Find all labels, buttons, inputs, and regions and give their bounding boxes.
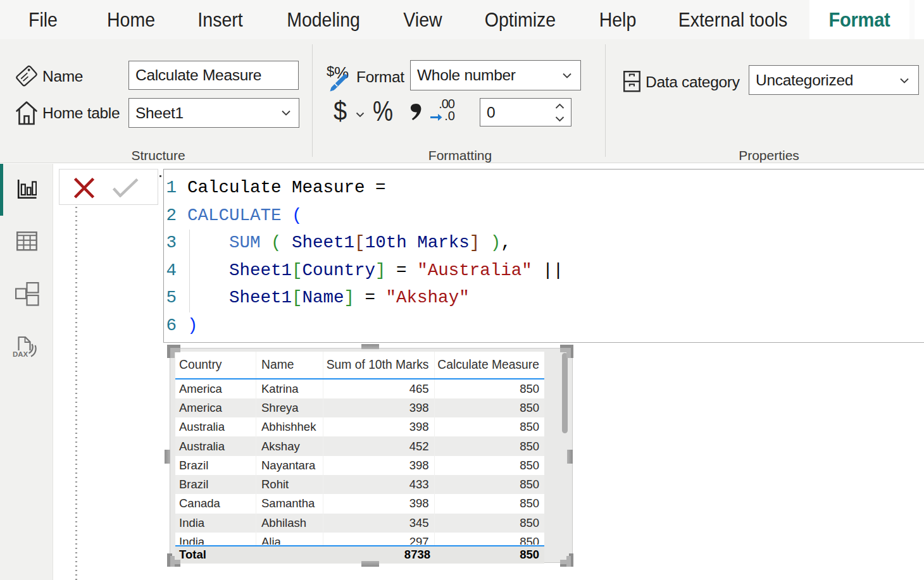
svg-text:DAX: DAX — [13, 350, 28, 358]
